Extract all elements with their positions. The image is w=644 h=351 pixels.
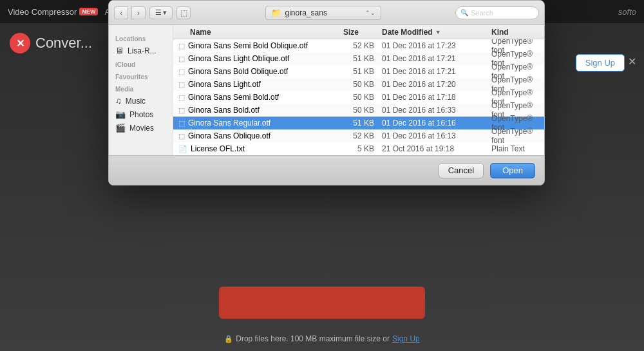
view-options-button[interactable]: ☰ ▾ [149, 6, 173, 19]
file-name-cell: ⬚Ginora Sans Oblique.otf [173, 131, 341, 140]
file-name-cell: ⬚Ginora Sans Semi Bold Oblique.otf [173, 41, 341, 50]
sidebar: Locations 🖥 Lisa-R... iCloud Favourites … [109, 25, 173, 155]
sidebar-item-music[interactable]: ♫ Music [109, 94, 173, 108]
file-size-cell: 50 KB [341, 80, 379, 89]
file-kind-cell: Plain Text [489, 144, 544, 153]
col-size-header: Size [341, 28, 379, 37]
open-button[interactable]: Open [490, 163, 535, 178]
file-date-cell: 01 Dec 2016 at 17:23 [379, 41, 489, 50]
file-size-cell: 50 KB [341, 93, 379, 102]
file-date-cell: 01 Dec 2016 at 16:33 [379, 106, 489, 115]
dialog-footer: Cancel Open [109, 155, 544, 185]
file-name-text: Ginora Sans Oblique.otf [188, 131, 270, 140]
movies-icon: 🎬 [115, 123, 126, 133]
file-date-cell: 01 Dec 2016 at 17:21 [379, 67, 489, 76]
file-date-cell: 01 Dec 2016 at 17:18 [379, 93, 489, 102]
col-name-header: Name [173, 28, 341, 37]
cancel-button[interactable]: Cancel [439, 163, 484, 178]
file-name-text: Ginora Sans Light.otf [188, 80, 261, 89]
file-icon: ⬚ [178, 68, 185, 76]
dropdown-arrow-icon: ⌃⌄ [365, 10, 375, 16]
sidebar-item-movies[interactable]: 🎬 Movies [109, 121, 173, 135]
sidebar-movies-label: Movies [129, 124, 154, 133]
col-size-label: Size [343, 28, 359, 37]
dialog-body: Locations 🖥 Lisa-R... iCloud Favourites … [109, 25, 544, 155]
file-date-cell: 01 Dec 2016 at 17:20 [379, 80, 489, 89]
col-date-header: Date Modified ▼ [379, 28, 489, 37]
file-icon: 📄 [178, 145, 187, 153]
column-headers: Name Size Date Modified ▼ Kind [173, 25, 544, 39]
file-name-text: Ginora Sans Regular.otf [188, 119, 270, 128]
file-name-cell: ⬚Ginora Sans Light.otf [173, 80, 341, 89]
file-date-cell: 21 Oct 2016 at 19:18 [379, 144, 489, 153]
file-name-cell: ⬚Ginora Sans Bold.otf [173, 106, 341, 115]
sidebar-photos-label: Photos [129, 110, 153, 119]
table-row[interactable]: 📄License OFL.txt5 KB21 Oct 2016 at 19:18… [173, 142, 544, 155]
file-date-cell: 01 Dec 2016 at 17:21 [379, 54, 489, 63]
location-dropdown[interactable]: 📁 ginora_sans ⌃⌄ [265, 6, 381, 20]
file-name-cell: ⬚Ginora Sans Bold Oblique.otf [173, 67, 341, 76]
list-icon: ☰ [155, 8, 162, 17]
col-kind-label: Kind [491, 28, 509, 37]
chevron-down-icon: ▾ [163, 8, 167, 17]
file-icon: ⬚ [178, 81, 185, 89]
file-name-text: Ginora Sans Bold.otf [188, 106, 260, 115]
back-button[interactable]: ‹ [114, 6, 128, 19]
sidebar-section-media: Media [109, 82, 173, 94]
computer-icon: 🖥 [115, 46, 124, 55]
file-name-cell: ⬚Ginora Sans Regular.otf [173, 119, 341, 128]
file-icon: ⬚ [178, 55, 185, 63]
file-size-cell: 50 KB [341, 106, 379, 115]
file-size-cell: 5 KB [341, 144, 379, 153]
search-box[interactable]: 🔍 Search [455, 6, 539, 19]
file-icon: ⬚ [178, 93, 185, 102]
sidebar-item-photos[interactable]: 📷 Photos [109, 108, 173, 121]
table-row[interactable]: ⬚Ginora Sans Oblique.otf52 KB01 Dec 2016… [173, 129, 544, 142]
file-name-text: Ginora Sans Semi Bold Oblique.otf [188, 41, 308, 50]
path-button[interactable]: ⬚ [176, 6, 191, 19]
file-name-text: Ginora Sans Bold Oblique.otf [188, 67, 288, 76]
music-icon: ♫ [115, 96, 122, 106]
file-date-cell: 01 Dec 2016 at 16:16 [379, 119, 489, 128]
col-kind-header: Kind [489, 28, 544, 37]
file-name-cell: ⬚Ginora Sans Semi Bold.otf [173, 93, 341, 102]
file-size-cell: 52 KB [341, 131, 379, 140]
file-icon: ⬚ [178, 106, 185, 115]
forward-button[interactable]: › [131, 6, 146, 19]
file-icon: ⬚ [178, 42, 185, 50]
file-size-cell: 51 KB [341, 119, 379, 128]
location-label: ginora_sans [285, 8, 327, 17]
file-name-cell: ⬚Ginora Sans Light Oblique.otf [173, 54, 341, 63]
folder-icon: 📁 [271, 8, 281, 17]
dialog-overlay: ‹ › ☰ ▾ ⬚ 📁 ginora_sans ⌃⌄ 🔍 Search [0, 0, 644, 351]
sidebar-section-locations: Locations [109, 32, 173, 44]
file-kind-cell: OpenType® font [489, 127, 544, 145]
sort-arrow-icon: ▼ [435, 29, 441, 35]
file-size-cell: 51 KB [341, 67, 379, 76]
file-date-cell: 01 Dec 2016 at 16:13 [379, 131, 489, 140]
file-size-cell: 51 KB [341, 54, 379, 63]
sidebar-item-lisar[interactable]: 🖥 Lisa-R... [109, 44, 173, 57]
file-name-text: Ginora Sans Semi Bold.otf [188, 93, 279, 102]
sidebar-section-favourites: Favourites [109, 70, 173, 82]
search-icon: 🔍 [460, 9, 468, 16]
search-input[interactable]: Search [471, 9, 534, 17]
file-rows: ⬚Ginora Sans Semi Bold Oblique.otf52 KB0… [173, 39, 544, 155]
dialog-toolbar: ‹ › ☰ ▾ ⬚ 📁 ginora_sans ⌃⌄ 🔍 Search [109, 1, 544, 25]
file-size-cell: 52 KB [341, 41, 379, 50]
sidebar-lisar-label: Lisa-R... [128, 46, 156, 55]
photos-icon: 📷 [115, 109, 126, 119]
col-date-label: Date Modified [382, 28, 433, 37]
file-name-text: License OFL.txt [191, 144, 245, 153]
file-name-cell: 📄License OFL.txt [173, 144, 341, 153]
file-icon: ⬚ [178, 132, 185, 140]
file-list-area: Name Size Date Modified ▼ Kind ⬚Ginora [173, 25, 544, 155]
col-name-label: Name [190, 28, 211, 37]
file-icon: ⬚ [178, 119, 185, 128]
file-name-text: Ginora Sans Light Oblique.otf [188, 54, 289, 63]
file-dialog: ‹ › ☰ ▾ ⬚ 📁 ginora_sans ⌃⌄ 🔍 Search [108, 0, 545, 185]
sidebar-music-label: Music [126, 97, 146, 106]
sidebar-section-icloud: iCloud [109, 57, 173, 70]
